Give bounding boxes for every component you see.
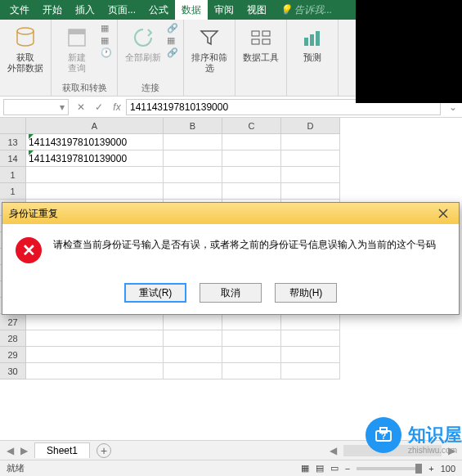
cell[interactable] bbox=[222, 330, 281, 347]
cell[interactable] bbox=[164, 363, 222, 379]
cell[interactable] bbox=[164, 183, 222, 200]
data-tools-button[interactable]: 数据工具 bbox=[240, 23, 281, 65]
row-header[interactable]: 14 bbox=[0, 150, 26, 167]
row-header[interactable]: 28 bbox=[0, 330, 26, 347]
name-box[interactable]: ▾ bbox=[3, 99, 69, 115]
watermark-text: 知识屋 bbox=[408, 423, 462, 447]
select-all[interactable] bbox=[0, 118, 26, 134]
refresh-all-button[interactable]: 全部刷新 bbox=[123, 23, 164, 65]
watermark-url: zhishiwu.com bbox=[408, 446, 457, 455]
svg-rect-9 bbox=[316, 31, 320, 46]
view-page-icon[interactable]: ▤ bbox=[316, 463, 324, 474]
zoom-in-button[interactable]: + bbox=[428, 464, 433, 474]
watermark: ? 知识屋 zhishiwu.com bbox=[366, 417, 462, 453]
dialog-close-button[interactable] bbox=[434, 206, 452, 221]
svg-point-0 bbox=[17, 28, 34, 34]
row-header[interactable]: 27 bbox=[0, 314, 26, 330]
get-external-data-button[interactable]: 获取 外部数据 bbox=[5, 23, 46, 75]
view-normal-icon[interactable]: ▦ bbox=[301, 463, 309, 474]
edit-links-button[interactable]: 🔗 bbox=[167, 47, 178, 58]
menu-pagelayout[interactable]: 页面... bbox=[101, 0, 142, 20]
cell[interactable] bbox=[281, 134, 340, 150]
confirm-formula-icon[interactable]: ✓ bbox=[90, 98, 108, 116]
menu-insert[interactable]: 插入 bbox=[69, 0, 101, 20]
cell[interactable] bbox=[26, 314, 164, 330]
zoom-slider[interactable] bbox=[357, 467, 422, 470]
row-header[interactable]: 30 bbox=[0, 363, 26, 379]
recent-sources-button[interactable]: 🕐 bbox=[101, 47, 112, 58]
menu-view[interactable]: 视图 bbox=[240, 0, 273, 20]
cell[interactable] bbox=[26, 167, 164, 183]
cell[interactable] bbox=[222, 183, 281, 200]
zoom-level[interactable]: 100 bbox=[441, 464, 455, 474]
help-button[interactable]: 帮助(H) bbox=[275, 283, 337, 303]
properties-button[interactable]: ▦ bbox=[167, 35, 178, 46]
view-break-icon[interactable]: ▭ bbox=[330, 463, 339, 474]
cell[interactable] bbox=[222, 347, 281, 363]
menu-home[interactable]: 开始 bbox=[36, 0, 69, 20]
cell[interactable] bbox=[164, 150, 222, 167]
cell[interactable] bbox=[281, 150, 340, 167]
cell[interactable]: 141143197810139000 bbox=[26, 134, 164, 150]
cell[interactable] bbox=[164, 347, 222, 363]
group-label: 获取和转换 bbox=[62, 80, 107, 94]
tell-me[interactable]: 💡 告诉我... bbox=[273, 0, 339, 20]
sort-filter-button[interactable]: 排序和筛选 bbox=[189, 23, 230, 75]
cell[interactable] bbox=[222, 363, 281, 379]
sheet-nav-prev[interactable]: ◀ bbox=[7, 445, 14, 456]
cell[interactable] bbox=[222, 314, 281, 330]
svg-rect-5 bbox=[262, 31, 270, 36]
menu-formulas[interactable]: 公式 bbox=[142, 0, 175, 20]
dialog-titlebar[interactable]: 身份证重复 bbox=[2, 203, 459, 224]
cell[interactable] bbox=[164, 134, 222, 150]
svg-rect-6 bbox=[262, 39, 270, 44]
cell[interactable]: 141143197810139000 bbox=[26, 150, 164, 167]
retry-button[interactable]: 重试(R) bbox=[124, 283, 186, 303]
add-sheet-button[interactable]: + bbox=[96, 443, 111, 458]
cell[interactable] bbox=[26, 347, 164, 363]
cell[interactable] bbox=[222, 167, 281, 183]
cell[interactable] bbox=[164, 314, 222, 330]
black-region bbox=[356, 0, 462, 103]
new-query-button[interactable]: 新建 查询 bbox=[56, 23, 97, 75]
scroll-left[interactable]: ◀ bbox=[330, 445, 337, 456]
forecast-button[interactable]: 预测 bbox=[292, 23, 333, 65]
cell[interactable] bbox=[26, 183, 164, 200]
cell[interactable] bbox=[281, 167, 340, 183]
row-header[interactable]: 1 bbox=[0, 167, 26, 183]
cell[interactable] bbox=[26, 330, 164, 347]
from-table-button[interactable]: ▦ bbox=[101, 35, 112, 46]
chevron-down-icon[interactable]: ▾ bbox=[60, 101, 65, 113]
cell[interactable] bbox=[222, 150, 281, 167]
cell[interactable] bbox=[281, 363, 340, 379]
sheet-tab[interactable]: Sheet1 bbox=[34, 442, 90, 458]
row-header[interactable]: 13 bbox=[0, 134, 26, 150]
row-header[interactable]: 29 bbox=[0, 347, 26, 363]
col-header[interactable]: B bbox=[164, 118, 222, 134]
cancel-formula-icon[interactable]: ✕ bbox=[72, 98, 90, 116]
refresh-icon bbox=[130, 25, 156, 51]
cell[interactable] bbox=[281, 183, 340, 200]
col-header[interactable]: C bbox=[222, 118, 281, 134]
connections-button[interactable]: 🔗 bbox=[167, 23, 178, 34]
cell[interactable] bbox=[164, 167, 222, 183]
show-queries-button[interactable]: ▦ bbox=[101, 23, 112, 34]
menu-file[interactable]: 文件 bbox=[3, 0, 36, 20]
col-header[interactable]: A bbox=[26, 118, 164, 134]
cell[interactable] bbox=[281, 330, 340, 347]
col-header[interactable]: D bbox=[281, 118, 340, 134]
menu-review[interactable]: 审阅 bbox=[208, 0, 240, 20]
cancel-button[interactable]: 取消 bbox=[200, 283, 262, 303]
cell[interactable] bbox=[26, 363, 164, 379]
cell[interactable] bbox=[281, 314, 340, 330]
status-ready: 就绪 bbox=[7, 462, 25, 474]
zoom-out-button[interactable]: − bbox=[345, 464, 350, 474]
dialog-message: 请检查当前身份证号输入是否有误，或者将之前的身份证号信息误输入为当前的这个号码 bbox=[53, 237, 436, 252]
row-header[interactable]: 1 bbox=[0, 183, 26, 200]
fx-icon[interactable]: fx bbox=[108, 98, 126, 116]
cell[interactable] bbox=[281, 347, 340, 363]
cell[interactable] bbox=[164, 330, 222, 347]
cell[interactable] bbox=[222, 134, 281, 150]
menu-data[interactable]: 数据 bbox=[175, 0, 208, 20]
sheet-nav-next[interactable]: ▶ bbox=[20, 445, 28, 456]
